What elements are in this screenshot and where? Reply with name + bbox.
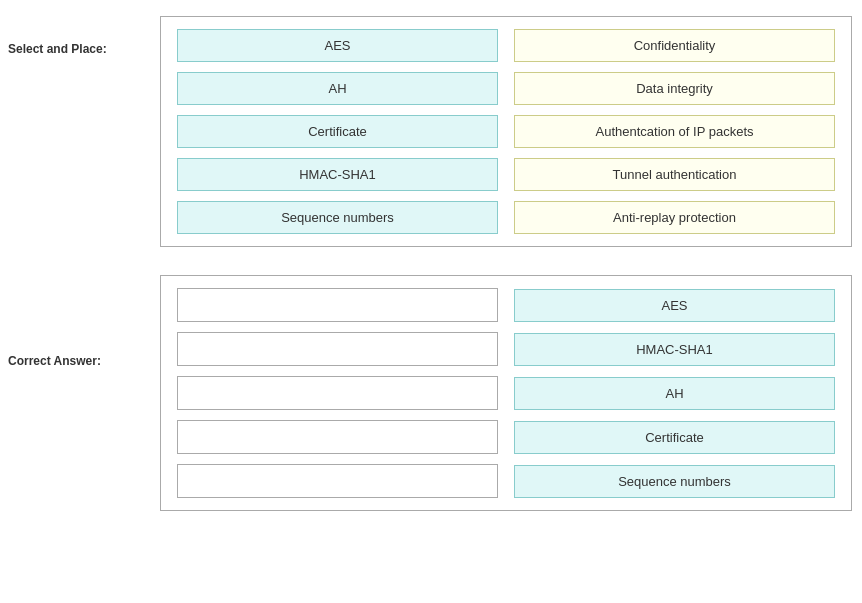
sequence-numbers-item[interactable]: Sequence numbers xyxy=(177,201,498,234)
table-row: AH Data integrity xyxy=(177,72,835,105)
select-and-place-section: AES Confidentiality AH Data integrity Ce… xyxy=(160,16,852,247)
select-and-place-label: Select and Place: xyxy=(0,38,160,60)
certificate-item[interactable]: Certificate xyxy=(177,115,498,148)
answer-empty-1[interactable] xyxy=(177,288,498,322)
answer-empty-5[interactable] xyxy=(177,464,498,498)
table-row: AH xyxy=(177,376,835,410)
table-row: Sequence numbers xyxy=(177,464,835,498)
answer-certificate-item: Certificate xyxy=(514,421,835,454)
answer-empty-3[interactable] xyxy=(177,376,498,410)
tunnel-auth-item: Tunnel authentication xyxy=(514,158,835,191)
table-row: AES Confidentiality xyxy=(177,29,835,62)
table-row: HMAC-SHA1 xyxy=(177,332,835,366)
table-row: Sequence numbers Anti-replay protection xyxy=(177,201,835,234)
aes-item[interactable]: AES xyxy=(177,29,498,62)
answer-hmac-item: HMAC-SHA1 xyxy=(514,333,835,366)
correct-answer-label: Correct Answer: xyxy=(0,350,160,372)
hmac-sha1-item[interactable]: HMAC-SHA1 xyxy=(177,158,498,191)
table-row: Certificate xyxy=(177,420,835,454)
ah-item[interactable]: AH xyxy=(177,72,498,105)
answer-empty-4[interactable] xyxy=(177,420,498,454)
answer-empty-2[interactable] xyxy=(177,332,498,366)
answer-sequence-item: Sequence numbers xyxy=(514,465,835,498)
anti-replay-item: Anti-replay protection xyxy=(514,201,835,234)
table-row: HMAC-SHA1 Tunnel authentication xyxy=(177,158,835,191)
answer-aes-item: AES xyxy=(514,289,835,322)
confidentiality-item: Confidentiality xyxy=(514,29,835,62)
correct-answer-section: AES HMAC-SHA1 AH xyxy=(160,275,852,511)
table-row: AES xyxy=(177,288,835,322)
answer-ah-item: AH xyxy=(514,377,835,410)
table-row: Certificate Authentcation of IP packets xyxy=(177,115,835,148)
data-integrity-item: Data integrity xyxy=(514,72,835,105)
authentication-ip-item: Authentcation of IP packets xyxy=(514,115,835,148)
